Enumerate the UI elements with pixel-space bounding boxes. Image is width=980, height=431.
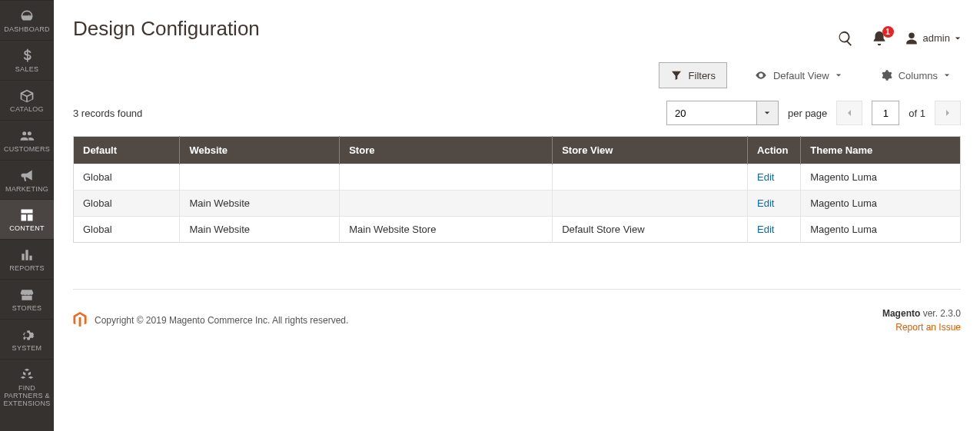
copyright-text: Copyright © 2019 Magento Commerce Inc. A… (95, 315, 348, 326)
gauge-icon (19, 8, 35, 24)
sidebar-item-label: STORES (2, 305, 52, 313)
sidebar-item-label: CUSTOMERS (2, 146, 52, 154)
col-store[interactable]: Store (340, 137, 553, 164)
next-page-button[interactable] (935, 101, 961, 125)
sidebar-item-content[interactable]: CONTENT (0, 199, 54, 239)
prev-page-button[interactable] (836, 101, 862, 125)
cell-theme: Magento Luma (801, 164, 961, 191)
per-page-label: per page (788, 108, 827, 119)
sidebar-item-marketing[interactable]: MARKETING (0, 160, 54, 200)
cell-store: Main Website Store (340, 217, 553, 243)
notification-badge: 1 (882, 26, 894, 38)
columns-button[interactable]: Columns (869, 63, 961, 88)
cell-store-view: Default Store View (553, 217, 748, 243)
dollar-icon (19, 48, 35, 64)
sidebar-item-system[interactable]: SYSTEM (0, 319, 54, 359)
design-config-grid: Default Website Store Store View Action … (73, 136, 961, 243)
username: admin (923, 32, 950, 44)
layout-icon (19, 207, 35, 223)
current-page-input[interactable] (872, 101, 899, 125)
sidebar-item-label: REPORTS (2, 265, 52, 273)
col-theme[interactable]: Theme Name (801, 137, 961, 164)
chevron-down-icon (955, 35, 961, 41)
funnel-icon (670, 69, 683, 81)
cell-store-view (553, 191, 748, 217)
sidebar-item-catalog[interactable]: CATALOG (0, 80, 54, 120)
sidebar-item-dashboard[interactable]: DASHBOARD (0, 0, 54, 40)
table-row: Global Edit Magento Luma (74, 164, 961, 191)
view-label: Default View (773, 70, 829, 81)
sidebar-item-sales[interactable]: SALES (0, 40, 54, 80)
columns-label: Columns (899, 70, 938, 81)
cell-store-view (553, 164, 748, 191)
cell-default: Global (74, 164, 180, 191)
sidebar-item-label: DASHBOARD (2, 26, 52, 34)
chevron-left-icon (845, 109, 853, 117)
notifications-button[interactable]: 1 (871, 30, 888, 47)
table-header-row: Default Website Store Store View Action … (74, 137, 961, 164)
user-icon (905, 31, 919, 45)
people-icon (19, 128, 35, 144)
footer-right: Magento ver. 2.3.0 Report an Issue (882, 308, 961, 333)
magento-logo-icon (73, 312, 87, 330)
page-title: Design Configuration (73, 17, 260, 41)
edit-link[interactable]: Edit (757, 197, 774, 209)
sidebar-item-label: CONTENT (2, 225, 52, 233)
col-default[interactable]: Default (74, 137, 180, 164)
table-row: Global Main Website Main Website Store D… (74, 217, 961, 243)
sidebar-item-stores[interactable]: STORES (0, 279, 54, 319)
report-issue-link[interactable]: Report an Issue (882, 322, 961, 333)
top-bar: Design Configuration 1 admin (73, 0, 961, 62)
main-content: Design Configuration 1 admin Filters Def… (54, 0, 980, 363)
cell-default: Global (74, 217, 180, 243)
megaphone-icon (19, 168, 35, 184)
chevron-down-icon (944, 72, 950, 78)
total-pages: of 1 (909, 108, 925, 119)
cell-website: Main Website (180, 217, 340, 243)
version-text: Magento ver. 2.3.0 (882, 308, 961, 319)
sidebar-item-partners[interactable]: FIND PARTNERS & EXTENSIONS (0, 359, 54, 363)
table-row: Global Main Website Edit Magento Luma (74, 191, 961, 217)
cell-website: Main Website (180, 191, 340, 217)
box-icon (19, 88, 35, 104)
sidebar-item-reports[interactable]: REPORTS (0, 239, 54, 279)
bar-chart-icon (19, 247, 35, 263)
sidebar-item-label: MARKETING (2, 186, 52, 194)
chevron-right-icon (944, 109, 952, 117)
edit-link[interactable]: Edit (757, 224, 774, 235)
gear-icon (880, 69, 892, 81)
top-actions: 1 admin (837, 30, 961, 47)
gear-icon (19, 327, 35, 343)
sidebar-item-label: CATALOG (2, 106, 52, 114)
account-menu[interactable]: admin (905, 31, 961, 45)
cell-default: Global (74, 191, 180, 217)
sidebar-item-label: SYSTEM (2, 345, 52, 353)
filters-label: Filters (689, 70, 716, 81)
filters-button[interactable]: Filters (659, 62, 727, 88)
per-page-select[interactable] (666, 101, 757, 125)
admin-sidebar: DASHBOARD SALES CATALOG CUSTOMERS MARKET… (0, 0, 54, 363)
sidebar-item-label: SALES (2, 66, 52, 74)
search-icon (837, 30, 854, 47)
per-page-select-wrap (666, 101, 779, 125)
grid-pager-bar: 3 records found per page of 1 (73, 101, 961, 125)
page-footer: Copyright © 2019 Magento Commerce Inc. A… (73, 289, 961, 333)
cell-theme: Magento Luma (801, 191, 961, 217)
default-view-button[interactable]: Default View (744, 63, 852, 88)
cell-store (340, 164, 553, 191)
chevron-down-icon (764, 110, 770, 116)
sidebar-item-customers[interactable]: CUSTOMERS (0, 120, 54, 160)
cell-theme: Magento Luma (801, 217, 961, 243)
records-found: 3 records found (73, 108, 142, 119)
col-website[interactable]: Website (180, 137, 340, 164)
col-action[interactable]: Action (748, 137, 801, 164)
footer-left: Copyright © 2019 Magento Commerce Inc. A… (73, 308, 348, 333)
cell-website (180, 164, 340, 191)
edit-link[interactable]: Edit (757, 171, 774, 183)
chevron-down-icon (835, 72, 842, 78)
pager: per page of 1 (666, 101, 961, 125)
search-button[interactable] (837, 30, 854, 47)
col-store-view[interactable]: Store View (553, 137, 748, 164)
per-page-dropdown-toggle[interactable] (757, 101, 779, 125)
cell-store (340, 191, 553, 217)
